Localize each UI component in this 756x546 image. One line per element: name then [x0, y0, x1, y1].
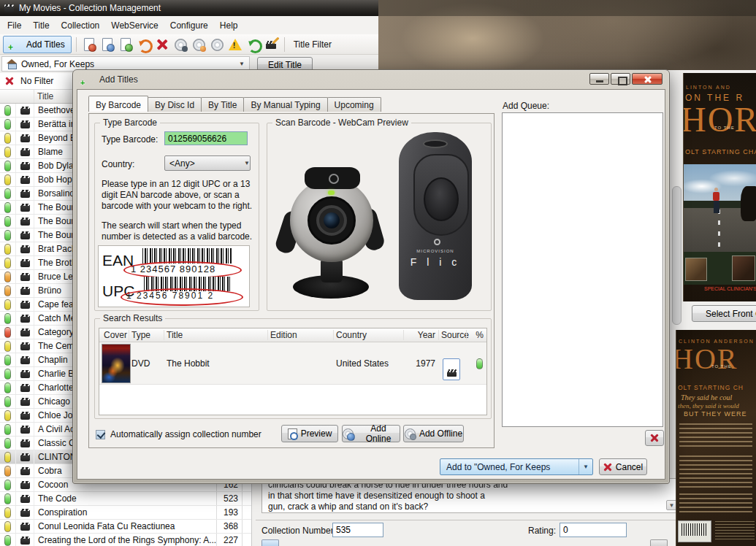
movie-icon: [20, 245, 30, 253]
status-pill-icon: [4, 272, 11, 282]
chevron-down-icon: ▼: [579, 459, 592, 474]
menu-item[interactable]: File: [1, 18, 27, 34]
movie-icon: [20, 190, 30, 198]
dialog-minimize-button[interactable]: [589, 73, 609, 85]
menu-item[interactable]: WebService: [105, 18, 164, 34]
tab[interactable]: By Barcode: [88, 96, 148, 112]
reload-disc-icon[interactable]: [136, 36, 152, 53]
title-list-row[interactable]: Conul Leonida Fata Cu Reactiunea 368: [0, 520, 251, 534]
status-pill-icon: [4, 535, 11, 546]
movie-icon: [20, 315, 30, 323]
webcam-image: [278, 158, 384, 304]
result-title: The Hobbit: [167, 358, 210, 369]
status-pill-icon: [4, 202, 11, 213]
tab[interactable]: Upcoming: [327, 97, 381, 112]
country-select[interactable]: <Any> ▼: [164, 155, 251, 171]
tab[interactable]: By Manual Typing: [243, 97, 327, 112]
add-online-button[interactable]: Add Online: [342, 425, 400, 442]
add-offline-button[interactable]: Add Offline: [403, 425, 464, 442]
search-result-row[interactable]: DVD The Hobbit United States 1977: [99, 342, 486, 385]
status-pill-icon: [4, 299, 11, 310]
movie-icon: [20, 107, 30, 115]
movie-icon: [20, 412, 30, 420]
save-disc-icon[interactable]: [99, 36, 115, 53]
tab[interactable]: By Disc Id: [148, 97, 202, 112]
movie-icon: [20, 218, 30, 226]
status-pill-icon: [4, 285, 11, 296]
back-cover-image: CLINTON ANDERSON HOR TO THE OLT STARTING…: [676, 330, 756, 546]
dialog-titlebar[interactable]: + Add Titles: [73, 70, 669, 89]
add-to-collection-dropdown[interactable]: Add to "Owned, For Keeps ▼: [440, 458, 593, 475]
title-list-row[interactable]: The Code 523: [0, 492, 251, 506]
home-icon: [7, 59, 17, 69]
horse-silhouette: [741, 186, 756, 221]
title-list-row[interactable]: Conspiration 193: [0, 506, 251, 520]
add-titles-button[interactable]: + Add Titles: [3, 36, 72, 53]
background-scrollbar[interactable]: [672, 186, 681, 325]
clipped-button[interactable]: [261, 539, 279, 546]
divider: [256, 520, 679, 520]
cancel-button[interactable]: Cancel: [599, 458, 647, 475]
rating-label: Rating:: [528, 526, 556, 536]
rating-input[interactable]: [560, 523, 627, 537]
status-pill-icon: [4, 507, 11, 518]
cover-photo: [684, 164, 756, 252]
title-list-row[interactable]: Creating the Lord of the Rings Symphony:…: [0, 534, 251, 546]
title-cell: Creating the Lord of the Rings Symphony:…: [34, 534, 216, 546]
dialog-maximize-button[interactable]: [611, 73, 630, 85]
delete-title-icon[interactable]: [154, 36, 170, 53]
preview-button[interactable]: Preview: [281, 425, 338, 442]
remove-from-queue-button[interactable]: [645, 430, 664, 446]
status-pill-icon: [4, 147, 11, 158]
movie-icon: [20, 176, 30, 184]
tab[interactable]: By Title: [201, 97, 244, 112]
collection-number-cell: 523: [216, 492, 243, 505]
menu-item[interactable]: Configure: [164, 18, 214, 34]
chevron-down-icon: ▼: [239, 61, 245, 67]
menu-item[interactable]: Help: [214, 18, 244, 34]
app-icon: [4, 4, 14, 12]
disc-online-icon: [343, 428, 354, 439]
barcode-field-label: Type Barcode:: [102, 134, 158, 145]
remove-icon: [650, 434, 659, 442]
movie-icon: [20, 162, 30, 170]
status-pill-icon: [4, 341, 11, 352]
background-cover-blur: [378, 0, 756, 70]
chevron-down-icon: ▼: [244, 160, 250, 166]
collection-number-input[interactable]: [332, 523, 383, 537]
refresh-icon[interactable]: [245, 36, 261, 53]
movie-icon: [20, 328, 30, 337]
cancel-x-icon: [603, 463, 612, 472]
warning-icon[interactable]: [227, 36, 243, 53]
status-pill-icon: [4, 466, 11, 477]
collection-number-label: Collection Number:: [261, 526, 336, 536]
movie-file-icon: [443, 358, 460, 380]
movie-icon: [20, 148, 30, 156]
movie-icon: [20, 120, 30, 128]
import-disc-icon[interactable]: [118, 36, 134, 53]
movie-icon: [20, 523, 30, 531]
menu-item[interactable]: Collection: [56, 18, 106, 34]
add-disc-from-web-icon[interactable]: [81, 36, 97, 53]
clipped-button[interactable]: [650, 539, 668, 546]
menu-item[interactable]: Title: [27, 18, 55, 34]
auto-assign-checkbox[interactable]: [96, 430, 105, 439]
disc-sync-icon[interactable]: [172, 36, 188, 53]
barcode-example-image: EAN 1 234567 890128 UPC 1 23456 78901 2: [98, 245, 250, 307]
disc-user-icon[interactable]: [191, 36, 207, 53]
dialog-close-button[interactable]: [632, 73, 663, 85]
status-pill-icon: [4, 521, 11, 532]
edit-clapper-icon[interactable]: [264, 36, 280, 53]
status-pill-icon: [4, 105, 11, 116]
movie-icon: [20, 453, 30, 461]
movie-icon: [20, 384, 30, 392]
barcode-input[interactable]: [164, 131, 248, 145]
collection-number-cell: 193: [216, 506, 243, 519]
disc-icon[interactable]: [209, 36, 225, 53]
result-cover-thumbnail: [102, 344, 131, 383]
select-front-cover-button[interactable]: Select Front C: [692, 305, 756, 322]
search-results-header[interactable]: Cover Type Title Edition Country Year So…: [99, 328, 486, 342]
status-pill-icon: [4, 452, 11, 463]
barcode-image: [678, 520, 711, 542]
add-queue-listbox[interactable]: [502, 112, 663, 427]
